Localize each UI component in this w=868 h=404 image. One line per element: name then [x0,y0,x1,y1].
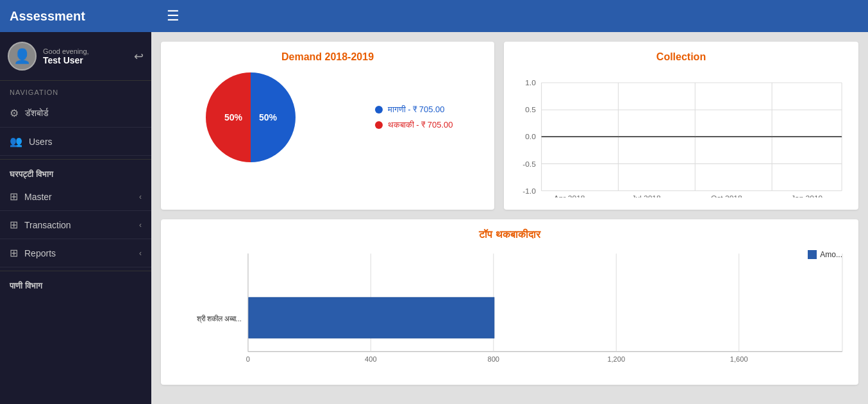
svg-text:1.0: 1.0 [525,78,536,87]
collection-card: Collection 1.0 0.5 [504,42,858,210]
arrow2-icon: ‹ [139,221,142,230]
grid3-icon: ⊞ [10,247,18,259]
app-title: Assessment [10,9,160,24]
svg-text:400: 400 [365,355,376,363]
main-layout: 👤 Good evening, Test User ↩ NAVIGATION ⚙… [0,32,868,404]
sidebar-item-transaction[interactable]: ⊞ Transaction ‹ [0,211,151,239]
bar-legend: Amo... [808,250,842,259]
sidebar-item-label: Users [29,137,53,147]
demand-title: Demand 2018-2019 [171,51,485,63]
bar-chart-container: Amo... श्री शकील अ [171,247,849,375]
section3-label: पाणी विभाग [0,274,151,294]
svg-text:Oct 2018: Oct 2018 [711,194,742,198]
sidebar-item-master[interactable]: ⊞ Master ‹ [0,183,151,211]
bar-chart-svg: श्री शकील अब्बा... 0 400 800 1,200 1,600 [171,247,849,375]
pie-label-right: 50% [259,112,278,122]
svg-text:-0.5: -0.5 [522,160,536,168]
nav-label: NAVIGATION [0,81,151,99]
avatar: 👤 [8,42,37,71]
pie-chart: 50% 50% [203,69,299,165]
svg-text:0: 0 [246,355,250,363]
bar-legend-box [808,250,817,259]
sidebar-item-dashboard[interactable]: ⚙ डॅशबोर्ड [0,99,151,128]
legend-label-red: थकबाकी - ₹ 705.00 [388,120,453,130]
topbar: Assessment ☰ [0,0,868,32]
section2-label: घरपट्टी विभाग [0,163,151,183]
svg-text:1,200: 1,200 [607,355,625,363]
sidebar-item-reports[interactable]: ⊞ Reports ‹ [0,239,151,267]
arrow3-icon: ‹ [139,249,142,258]
logout-icon[interactable]: ↩ [134,49,144,63]
demand-card: Demand 2018-2019 50% 50% [161,42,494,210]
legend-label-blue: मागणी - ₹ 705.00 [388,105,445,115]
svg-text:-1.0: -1.0 [522,187,536,195]
user-info: Good evening, Test User [43,47,134,65]
sidebar-item-label: Reports [24,248,56,258]
greeting: Good evening, [43,47,134,55]
user-section: 👤 Good evening, Test User ↩ [0,32,151,81]
collection-chart: 1.0 0.5 0.0 -0.5 -1.0 Apr 2018 Jul 2018 … [513,69,849,198]
pie-legend: मागणी - ₹ 705.00 थकबाकी - ₹ 705.00 [375,105,453,130]
top-row: Demand 2018-2019 50% 50% [161,42,858,210]
svg-text:Jul 2018: Jul 2018 [631,194,661,198]
top-defaulters-card: टॉप थकबाकीदार Amo... [161,219,858,385]
pie-label-left: 50% [224,112,243,122]
svg-text:Apr 2018: Apr 2018 [554,194,585,198]
grid2-icon: ⊞ [10,219,18,231]
sidebar: 👤 Good evening, Test User ↩ NAVIGATION ⚙… [0,32,151,404]
svg-text:800: 800 [488,355,499,363]
svg-text:0.0: 0.0 [525,133,536,141]
svg-text:1,600: 1,600 [730,355,748,363]
sidebar-item-label: Master [24,192,52,202]
demand-content: 50% 50% मागणी - ₹ 705.00 थकबाकी - ₹ 705.… [171,69,485,165]
svg-text:Jan 2019: Jan 2019 [791,194,822,198]
collection-title: Collection [513,51,849,63]
legend-dot-red [375,121,383,129]
sidebar-item-label: Transaction [24,220,71,230]
sidebar-item-users[interactable]: 👥 Users [0,128,151,156]
users-icon: 👥 [10,135,22,147]
user-icon: 👤 [13,48,31,65]
hamburger-icon[interactable]: ☰ [167,8,179,24]
svg-rect-28 [249,298,494,338]
grid-icon: ⊞ [10,190,18,203]
gear-icon: ⚙ [10,107,19,119]
top-defaulters-title: टॉप थकबाकीदार [171,229,849,240]
svg-text:0.5: 0.5 [525,106,536,114]
username: Test User [43,55,134,65]
content-area: Demand 2018-2019 50% 50% [151,32,868,404]
legend-item-thakbaki: थकबाकी - ₹ 705.00 [375,120,453,130]
legend-dot-blue [375,106,383,114]
legend-item-magan: मागणी - ₹ 705.00 [375,105,453,115]
bar-legend-label: Amo... [820,250,842,259]
arrow-icon: ‹ [139,192,142,201]
sidebar-item-label: डॅशबोर्ड [25,108,49,119]
svg-text:श्री शकील अब्बा...: श्री शकील अब्बा... [196,315,242,323]
